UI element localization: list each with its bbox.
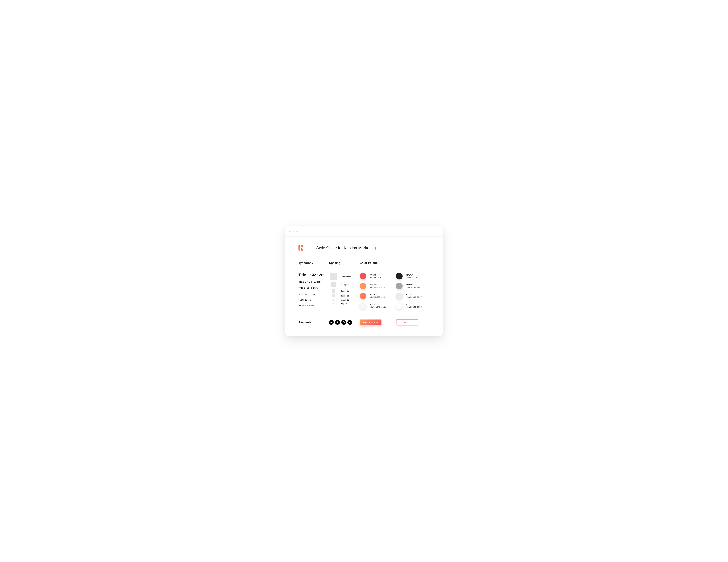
spacing-swatch-wrap (329, 294, 338, 297)
swatch-rgba: rgba(244, 82, 87, 1) (370, 276, 384, 278)
svg-point-6 (344, 322, 344, 322)
type-text-l: Text L · 18 · 1.125re (298, 293, 329, 295)
svg-rect-2 (331, 322, 331, 323)
svg-point-5 (343, 322, 344, 323)
twitter-icon[interactable] (347, 320, 352, 325)
swatch-hex: #FFFFFF (406, 304, 422, 306)
spacing-row: x-large · 48 (329, 282, 360, 287)
swatch-meta: #FFFFFFrgba(255, 255, 255, 1) (406, 304, 422, 308)
window-dot-3 (296, 231, 298, 232)
swatch-meta: #E6EEF2rgba(230, 238, 242, 1) (406, 294, 422, 298)
swatch-meta: #A4A4A4rgba(164, 164, 164, 1) (406, 284, 422, 288)
spacing-column: Spacing xx-large · 64x-large · 48large ·… (329, 261, 360, 309)
swatch-meta: #FF975Crgba(255, 151, 92, 1) (370, 284, 385, 288)
spacing-swatch-wrap (329, 303, 338, 304)
browser-window: Style Guide for Kristina.Marketing Typog… (285, 226, 443, 336)
get-in-touch-button[interactable]: GET IN TOUCH (360, 320, 381, 325)
brand-logo-icon (298, 245, 303, 251)
color-swatch (360, 283, 366, 289)
swatch-row: #A4A4A4rgba(164, 164, 164, 1) (396, 283, 430, 289)
swatch-rgba: rgba(164, 164, 164, 1) (406, 286, 422, 288)
spacing-swatch-wrap (329, 299, 338, 301)
svg-rect-0 (298, 245, 300, 251)
typography-list: Title 1 · 32 · 2re Title 2 · 24 · 1.5re … (298, 273, 329, 306)
page-title: Style Guide for Kristina.Marketing (316, 246, 376, 250)
secondary-button-cell: ABOUT (395, 319, 430, 325)
swatch-rgba: rgba(255, 255, 255, 1) (406, 306, 422, 308)
spacing-label: xx-large · 64 (341, 275, 351, 277)
swatch-hex: #A4A4A4 (406, 284, 422, 286)
spacing-label: small · 16 (341, 299, 349, 301)
swatch-hex: #F45257 (370, 274, 384, 276)
swatch-rgba: rgba(230, 238, 242, 1) (406, 296, 422, 298)
spacing-row: large · 32 (329, 289, 360, 293)
spacing-swatch-wrap (329, 289, 338, 293)
page-content: Style Guide for Kristina.Marketing Typog… (285, 237, 443, 336)
facebook-icon[interactable] (335, 320, 340, 325)
main-grid: Typograhy Title 1 · 32 · 2re Title 2 · 2… (298, 261, 430, 309)
swatch-hex: #F4F8FA (370, 304, 386, 306)
swatch-row: #F4F8FArgba(244, 248, 250, 1) (360, 302, 393, 309)
spacing-row: xx-large · 64 (329, 273, 360, 280)
type-text-m: Text M · 16 · 1re (298, 299, 329, 301)
color-swatch (360, 293, 366, 299)
palette-heading: Color Palette (360, 261, 430, 265)
palette-grid: #F45257rgba(244, 82, 87, 1)#1F1F1Frgba(3… (360, 273, 430, 309)
social-icons (329, 320, 360, 325)
swatch-hex: #1F1F1F (406, 274, 419, 276)
swatch-meta: #F45257rgba(244, 82, 87, 1) (370, 274, 384, 278)
color-swatch (396, 283, 403, 289)
linkedin-icon[interactable] (329, 320, 334, 325)
type-text-s: Text S · 14 · 0.875rem (298, 305, 329, 306)
spacing-swatch (333, 303, 334, 304)
swatch-meta: #1F1F1Frgba(31, 31, 31, 1) (406, 274, 419, 278)
spacing-swatch-wrap (329, 282, 338, 287)
color-swatch (396, 273, 403, 279)
window-dot-2 (293, 231, 294, 232)
elements-heading: Elements (298, 321, 329, 324)
color-swatch (396, 293, 403, 299)
swatch-hex: #FF7D59 (370, 294, 385, 296)
typography-column: Typograhy Title 1 · 32 · 2re Title 2 · 2… (298, 261, 329, 309)
swatch-row: #F45257rgba(244, 82, 87, 1) (360, 273, 393, 279)
spacing-swatch (333, 299, 334, 301)
color-swatch (360, 302, 366, 309)
svg-point-1 (301, 245, 303, 247)
swatch-row: #FFFFFFrgba(255, 255, 255, 1) (396, 302, 430, 309)
about-button[interactable]: ABOUT (396, 319, 418, 325)
swatch-row: #FF7D59rgba(255, 125, 89, 1) (360, 293, 393, 299)
swatch-meta: #FF7D59rgba(255, 125, 89, 1) (370, 294, 385, 298)
spacing-swatch (332, 294, 335, 297)
type-title-2: Title 2 · 24 · 1.5re (298, 280, 329, 283)
spacing-row: small · 16 (329, 299, 360, 301)
type-title-1: Title 1 · 32 · 2re (298, 273, 329, 277)
window-dot-1 (289, 231, 291, 232)
window-titlebar (285, 226, 443, 237)
spacing-swatch (332, 289, 335, 293)
swatch-row: #1F1F1Frgba(31, 31, 31, 1) (396, 273, 430, 279)
spacing-row: base · 24 (329, 294, 360, 297)
spacing-label: x-large · 48 (341, 284, 350, 286)
swatch-row: #FF975Crgba(255, 151, 92, 1) (360, 283, 393, 289)
swatch-rgba: rgba(255, 125, 89, 1) (370, 296, 385, 298)
spacing-label: large · 32 (341, 290, 349, 292)
header-row: Style Guide for Kristina.Marketing (298, 245, 430, 251)
swatch-row: #E6EEF2rgba(230, 238, 242, 1) (396, 293, 430, 299)
spacing-row: tiny · 8 (329, 303, 360, 305)
swatch-rgba: rgba(31, 31, 31, 1) (406, 276, 419, 278)
spacing-swatch (331, 282, 336, 287)
swatch-hex: #FF975C (370, 284, 385, 286)
spacing-heading: Spacing (329, 261, 360, 265)
type-title-3: Title 3 · 20 · 1.25re (298, 287, 329, 289)
instagram-icon[interactable] (341, 320, 346, 325)
spacing-label: base · 24 (341, 295, 349, 297)
spacing-list: xx-large · 64x-large · 48large · 32base … (329, 273, 360, 305)
svg-point-3 (331, 322, 331, 322)
swatch-rgba: rgba(244, 248, 250, 1) (370, 306, 386, 308)
swatch-hex: #E6EEF2 (406, 294, 422, 296)
spacing-swatch-wrap (329, 273, 338, 280)
spacing-swatch (330, 273, 337, 280)
elements-row: Elements GET IN TOUCH ABOUT (298, 319, 430, 325)
swatch-rgba: rgba(255, 151, 92, 1) (370, 286, 385, 288)
color-swatch (360, 273, 366, 279)
